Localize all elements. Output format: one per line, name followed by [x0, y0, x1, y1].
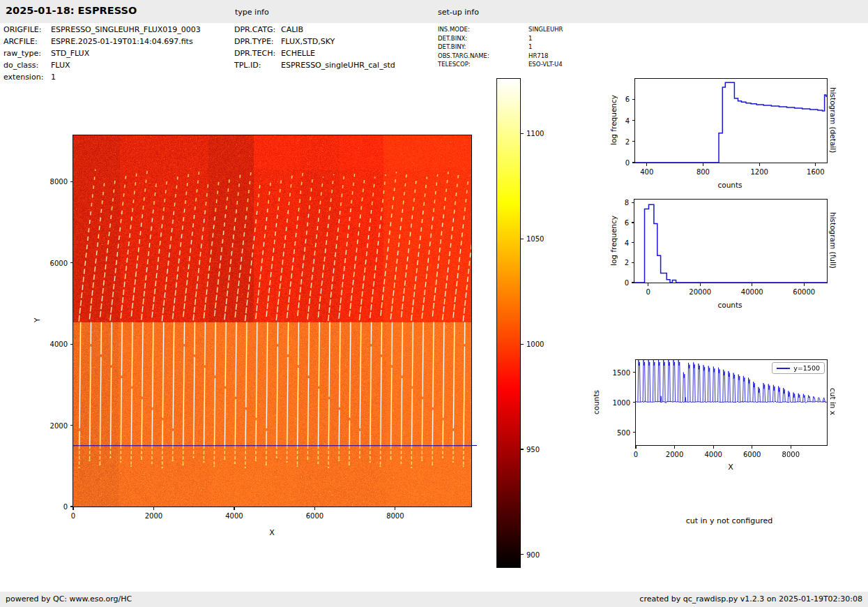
meta-label: TELESCOP: [438, 61, 528, 68]
header-bar: 2025-01-18: ESPRESSO type info set-up in… [0, 0, 868, 23]
meta-label: ORIGFILE: [3, 25, 51, 34]
tick-mark [791, 445, 791, 449]
histogram-detail-plot: 400800120016000246 [634, 78, 828, 163]
tick-label: 20000 [689, 288, 711, 296]
meta-label: DET.BINY: [438, 43, 528, 50]
tick-mark [633, 432, 637, 433]
tick-label: 6000 [743, 451, 761, 458]
meta-label: DPR.CATG: [234, 25, 281, 34]
tick-mark [73, 507, 73, 510]
cut-in-y-note: cut in y not configured [660, 516, 799, 525]
tick-mark [70, 506, 74, 507]
histogram-full-title: histogram (full) [829, 199, 837, 282]
meta-label: ARCFILE: [3, 37, 51, 46]
tick-label: 1500 [613, 368, 630, 376]
tick-label: 4000 [225, 512, 243, 520]
meta-value: ESPRESSO_singleUHR_cal_std [281, 61, 395, 70]
meta-row: TPL.ID:ESPRESSO_singleUHR_cal_std [234, 61, 395, 70]
cut-in-x-plot: y=1500 0200040006000800050010001500 [635, 359, 828, 446]
meta-row: INS.MODE:SINGLEUHR [438, 26, 563, 33]
tick-label: 1000 [613, 398, 630, 406]
tick-label: 6000 [50, 259, 68, 267]
tick-label: 400 [640, 168, 653, 176]
meta-value: FLUX,STD,SKY [281, 37, 335, 46]
legend-line-swatch [777, 368, 790, 369]
type-info-heading: type info [235, 8, 269, 17]
meta-value: 1 [51, 73, 56, 82]
tick-label: 8000 [386, 512, 404, 520]
histogram-detail-title: histogram (detail) [829, 78, 837, 162]
tick-label: 8000 [50, 178, 68, 186]
tick-label: 60000 [793, 288, 815, 296]
tick-label: 4000 [50, 340, 68, 348]
meta-label: do_class: [3, 61, 51, 70]
tick-label: 0 [634, 451, 638, 458]
histogram-detail-x-label: counts [702, 181, 758, 189]
tick-label: 1100 [526, 130, 544, 137]
meta-label: raw_type: [3, 49, 51, 58]
histogram-detail-y-label: log frequency [609, 78, 618, 162]
cut-in-x-title: cut in x [829, 359, 837, 444]
footer-right: created by qc_rawdisp.py v1.2.3 on 2025-… [639, 594, 862, 604]
meta-label: TPL.ID: [234, 61, 281, 70]
tick-mark [632, 141, 636, 142]
legend: y=1500 [772, 362, 825, 374]
footer-bar: powered by QC: www.eso.org/HC created by… [0, 592, 868, 607]
tick-label: 1200 [750, 168, 768, 176]
tick-mark [70, 262, 74, 263]
tick-mark [520, 449, 524, 449]
meta-value: ESPRESSO_SINGLEUHR_FLUX019_0003 [51, 25, 201, 34]
tick-label: 1000 [526, 340, 544, 348]
tick-label: 950 [526, 446, 540, 454]
tick-mark [815, 163, 816, 166]
qc-report-page: 2025-01-18: ESPRESSO type info set-up in… [0, 0, 868, 607]
cut-in-x-y-label: counts [592, 359, 600, 444]
tick-mark [633, 402, 637, 403]
meta-value: CALIB [281, 25, 303, 34]
tick-mark [314, 507, 315, 510]
tick-mark [648, 283, 648, 286]
meta-value: ESO-VLT-U4 [528, 61, 563, 68]
meta-value: STD_FLUX [51, 49, 89, 58]
meta-value: HR718 [528, 52, 549, 59]
tick-mark [632, 262, 635, 263]
tick-mark [635, 445, 636, 449]
tick-mark [632, 120, 636, 121]
tick-mark [804, 283, 805, 286]
tick-mark [646, 163, 647, 166]
setup-info-heading: set-up info [438, 8, 479, 17]
tick-label: 2000 [50, 421, 68, 429]
tick-label: 0 [63, 503, 68, 511]
tick-mark [632, 242, 635, 243]
tick-label: 500 [617, 428, 630, 436]
tick-mark [752, 445, 752, 449]
meta-row: extension:1 [3, 73, 56, 82]
tick-mark [632, 202, 635, 203]
tick-label: 4000 [704, 451, 722, 458]
tick-label: 2000 [145, 512, 162, 520]
tick-mark [759, 163, 760, 166]
tick-label: 0 [625, 159, 630, 167]
histogram-detail-curve [635, 79, 827, 163]
colorbar-canvas [497, 79, 520, 567]
meta-row: ARCFILE:ESPRE.2025-01-19T01:14:04.697.fi… [3, 37, 193, 46]
tick-mark [674, 445, 675, 449]
footer-left: powered by QC: www.eso.org/HC [6, 594, 132, 604]
tick-mark [700, 283, 701, 286]
histogram-full-y-label: log frequency [609, 199, 618, 282]
meta-label: INS.MODE: [438, 26, 528, 33]
tick-label: 6000 [306, 512, 323, 520]
tick-mark [70, 344, 74, 345]
meta-row: DPR.TYPE:FLUX,STD,SKY [234, 37, 335, 46]
meta-row: raw_type:STD_FLUX [3, 49, 89, 58]
meta-row: do_class:FLUX [3, 61, 70, 70]
tick-label: 1050 [526, 235, 544, 243]
tick-mark [713, 445, 714, 449]
tick-label: 6 [625, 96, 630, 103]
meta-label: DET.BINX: [438, 35, 528, 42]
tick-label: 1600 [807, 168, 824, 176]
tick-label: 0 [646, 288, 650, 296]
tick-label: 8 [625, 199, 629, 207]
meta-value: SINGLEUHR [528, 26, 563, 33]
meta-value: ESPRE.2025-01-19T01:14:04.697.fits [51, 37, 193, 46]
